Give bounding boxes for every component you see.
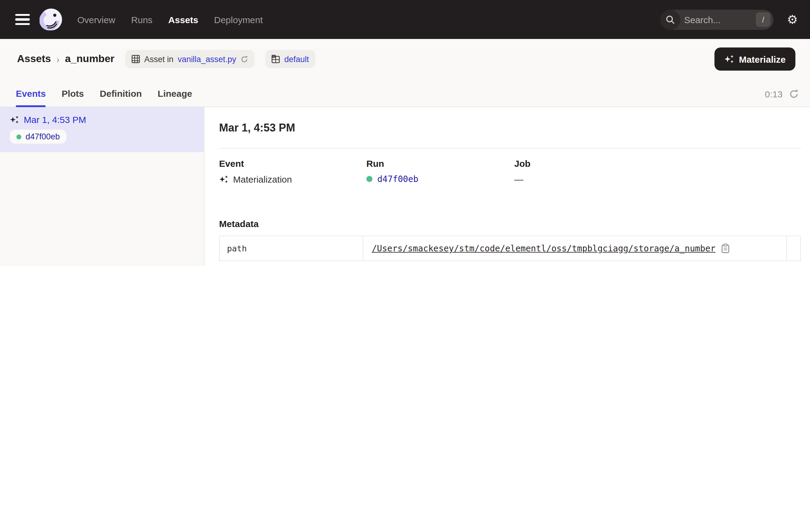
nav-right: / ⚙ [660,10,798,30]
asset-grid-icon [131,55,140,63]
search-box[interactable]: / [660,10,774,30]
job-value: — [514,174,523,184]
materialization-sparkle-icon [10,115,19,124]
reload-definition-icon[interactable] [240,55,248,63]
event-timestamp-link[interactable]: Mar 1, 4:53 PM [24,114,86,125]
settings-gear-icon[interactable]: ⚙ [787,13,798,26]
nav-item-overview[interactable]: Overview [77,14,115,25]
event-detail-title: Mar 1, 4:53 PM [219,122,801,134]
dagster-app: Overview Runs Assets Deployment / ⚙ Asse… [0,0,810,266]
search-input[interactable] [680,14,756,25]
breadcrumb-separator: › [56,54,60,64]
group-default-link[interactable]: default [284,54,309,64]
run-id-link[interactable]: d47f00eb [377,174,418,184]
event-label: Event [219,158,366,168]
breadcrumb-assets-link[interactable]: Assets [17,53,51,65]
metadata-section: Metadata path /Users/smackesey/stm/code/… [219,219,801,261]
event-type-value: Materialization [233,174,292,184]
tab-lineage[interactable]: Lineage [158,82,192,107]
metadata-table: path /Users/smackesey/stm/code/elementl/… [219,236,801,261]
table-spacer-cell [786,236,800,260]
run-label: Run [366,158,514,168]
materialize-button[interactable]: Materialize [715,47,795,70]
asset-file-link[interactable]: vanilla_asset.py [178,54,236,64]
divider [219,148,801,148]
event-list-item-selected[interactable]: Mar 1, 4:53 PM d47f00eb [0,107,204,152]
asset-tabs: Events Plots Definition Lineage 0:13 [0,79,810,107]
job-label: Job [514,158,801,168]
group-folder-icon [272,55,280,63]
refresh-icon[interactable] [789,89,799,99]
nav-item-deployment[interactable]: Deployment [214,14,263,25]
hamburger-menu-icon[interactable] [15,14,30,25]
nav-items: Overview Runs Assets Deployment [77,14,263,25]
refresh-timer: 0:13 [765,89,783,99]
event-run-job-row: Event Materialization Run d47f00eb Job — [219,158,801,184]
copy-clipboard-icon[interactable] [721,243,729,253]
tab-events[interactable]: Events [16,82,46,107]
top-nav: Overview Runs Assets Deployment / ⚙ [0,0,810,39]
search-icon [660,10,680,30]
dagster-logo-icon[interactable] [39,8,63,31]
materialization-sparkle-icon [219,175,228,184]
page-header: Assets › a_number Asset in vanilla_asset… [0,39,810,79]
asset-group-badge[interactable]: default [265,50,315,68]
tab-plots[interactable]: Plots [62,82,84,107]
materialize-button-label: Materialize [739,54,785,64]
metadata-key: path [220,236,363,260]
nav-item-assets[interactable]: Assets [168,14,198,25]
event-run-id: d47f00eb [26,132,60,141]
run-status-dot [366,176,372,182]
search-shortcut-key: / [756,12,771,27]
metadata-path-link[interactable]: /Users/smackesey/stm/code/elementl/oss/t… [372,243,715,253]
event-run-badge[interactable]: d47f00eb [10,130,67,144]
sparkle-icon [725,54,734,64]
breadcrumb-current-asset: a_number [65,53,115,65]
tab-definition[interactable]: Definition [100,82,142,107]
asset-badge-prefix: Asset in [144,54,174,64]
metadata-heading: Metadata [219,219,801,229]
table-row: path /Users/smackesey/stm/code/elementl/… [220,236,800,260]
event-detail-panel: Mar 1, 4:53 PM Event Materialization Run… [205,107,810,266]
events-sidebar: Mar 1, 4:53 PM d47f00eb [0,107,205,266]
run-status-dot [16,134,21,139]
asset-definition-badge[interactable]: Asset in vanilla_asset.py [125,50,254,68]
nav-item-runs[interactable]: Runs [131,14,152,25]
